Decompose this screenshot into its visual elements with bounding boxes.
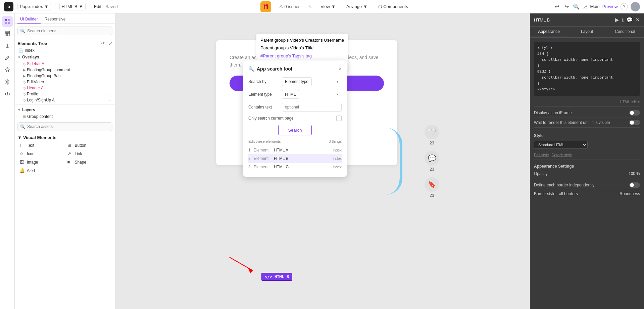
- svg-rect-6: [7, 33, 10, 36]
- star-icon: ☆: [19, 151, 25, 156]
- help-button[interactable]: ?: [621, 3, 628, 10]
- topbar: b Page: index ▼ HTML B ▼ Edit Saved 🎁 ⚠ …: [0, 0, 644, 13]
- ve-image[interactable]: 🖼 Image: [17, 158, 65, 166]
- html-b-selector[interactable]: HTML B ▼: [59, 3, 86, 10]
- expand-icon[interactable]: ⤢: [108, 41, 112, 46]
- play-icon[interactable]: ▶: [615, 17, 619, 23]
- search-assets-input[interactable]: [17, 122, 112, 131]
- tab-responsive[interactable]: Responsive: [42, 15, 68, 24]
- comment-button[interactable]: 💬: [425, 151, 439, 166]
- ve-button[interactable]: ⊞ Button: [65, 141, 113, 149]
- arrange-button[interactable]: Arrange ▼: [344, 3, 370, 10]
- ve-link[interactable]: ↗ Link: [65, 150, 113, 158]
- wait-render-toggle[interactable]: [629, 120, 640, 125]
- sidebar-item-code[interactable]: [2, 89, 13, 99]
- element-type-select[interactable]: HTML: [282, 90, 299, 99]
- search-by-select[interactable]: Element type: [282, 77, 312, 86]
- view-button[interactable]: View ▼: [318, 3, 338, 10]
- close-panel-icon[interactable]: ✕: [636, 17, 640, 23]
- search-result-2[interactable]: 2 Element HTML B index: [248, 154, 342, 163]
- sidebar-item-pin[interactable]: [2, 64, 13, 75]
- tree-item-header-a[interactable]: ◇ Header A: [17, 85, 112, 91]
- avatar[interactable]: [631, 2, 640, 11]
- element-type-select-wrap: HTML: [282, 90, 342, 99]
- elements-tree-section: Elements Tree 👁 ⤢ 📄 index ▼ Overlays ◇ S…: [15, 38, 115, 104]
- triangle-icon-2: ▶: [23, 74, 26, 78]
- code-editor[interactable]: <style> #id { scrollbar-width: none !imp…: [534, 42, 640, 96]
- define-border-toggle[interactable]: [629, 182, 640, 188]
- tab-appearance[interactable]: Appearance: [530, 27, 568, 37]
- right-panel-title: HTML B: [534, 17, 615, 23]
- search-result-3[interactable]: 3 Element HTML C index: [248, 163, 342, 171]
- html-b-tag[interactable]: </> HTML B: [261, 273, 292, 281]
- cursor-icon: ↖: [308, 4, 312, 9]
- sidebar-item-layout[interactable]: [2, 28, 13, 39]
- layers-header[interactable]: ▼ Layers: [17, 106, 112, 114]
- components-button[interactable]: ⬡ Components: [376, 3, 411, 10]
- search-modal-title: 🔍 App search tool: [248, 66, 292, 72]
- border-style-row: Border style - all borders Roundness: [534, 190, 640, 197]
- save-count: 23: [430, 193, 434, 198]
- edit-style-link[interactable]: Edit style: [534, 153, 549, 157]
- ve-shape[interactable]: ■ Shape: [65, 158, 113, 166]
- edit-label: Edit: [94, 4, 101, 9]
- issues-button[interactable]: ⚠ 0 issues: [277, 3, 303, 10]
- tree-item-group-content[interactable]: ⊞ Group content: [17, 114, 112, 120]
- triangle-icon: ▶: [23, 68, 26, 72]
- tree-item-login-signup[interactable]: ◇ Login/SignUp A ⋯: [17, 97, 112, 103]
- tree-item-sidebar-a[interactable]: ◇ Sidebar A: [17, 61, 112, 67]
- sidebar-item-text[interactable]: [2, 40, 13, 51]
- ve-alert[interactable]: 🔔 Alert: [17, 167, 65, 174]
- redo-button[interactable]: ↪: [563, 3, 570, 10]
- ve-text[interactable]: T Text: [17, 141, 65, 149]
- tree-item-floating-comment[interactable]: ▶ FloatingGroup comment ⋯: [17, 67, 112, 73]
- cube-icon: ⬡: [378, 4, 382, 9]
- search-elements-input[interactable]: [17, 27, 112, 35]
- sidebar-item-settings[interactable]: [2, 77, 13, 87]
- eye-icon[interactable]: 👁: [101, 41, 106, 46]
- ve-label: Visual Elements: [23, 135, 56, 140]
- svg-rect-3: [8, 22, 10, 24]
- like-button[interactable]: 🤍: [425, 125, 439, 139]
- main-branch-label[interactable]: Main: [590, 4, 600, 9]
- visual-elements-header[interactable]: ▼ Visual Elements: [17, 134, 112, 141]
- arrange-chevron-icon: ▼: [363, 4, 367, 9]
- only-current-page-checkbox[interactable]: [336, 116, 342, 121]
- style-select-row: Standard HTML: [534, 139, 640, 150]
- right-panel-icon-group: ▶ ℹ 💬 ✕: [615, 17, 640, 23]
- preview-button[interactable]: Preview: [602, 4, 618, 9]
- topbar-center: 🎁 ⚠ 0 issues ↖ View ▼ Arrange ▼ ⬡ Compon…: [122, 1, 549, 12]
- detach-style-link[interactable]: Detach style: [552, 153, 572, 157]
- undo-button[interactable]: ↩: [553, 3, 560, 10]
- tree-item-index[interactable]: 📄 index: [17, 47, 112, 53]
- comment-count: 23: [430, 167, 434, 172]
- diamond-icon-5: ◇: [23, 98, 26, 102]
- tree-item-edit-video[interactable]: ◇ EditVideo ⋯: [17, 79, 112, 85]
- search-modal-close-button[interactable]: ×: [339, 66, 342, 72]
- sidebar-item-elements[interactable]: [2, 16, 13, 27]
- diamond-icon: ◇: [23, 62, 26, 66]
- tab-ui-builder[interactable]: UI Builder: [17, 15, 41, 24]
- sidebar-item-draw[interactable]: [2, 52, 13, 63]
- save-button[interactable]: 🔖: [425, 177, 439, 192]
- search-result-1[interactable]: 1 Element HTML A index: [248, 146, 342, 154]
- chat-icon[interactable]: 💬: [627, 17, 633, 23]
- page-selector[interactable]: Page: index ▼: [17, 3, 51, 10]
- branch-icon: ⎇: [582, 4, 588, 9]
- style-select[interactable]: Standard HTML: [534, 141, 588, 149]
- search-icon[interactable]: 🔍: [573, 3, 580, 10]
- define-border-row: Define each border independently: [534, 180, 640, 190]
- tab-layout[interactable]: Layout: [568, 27, 606, 37]
- ve-icon[interactable]: ☆ Icon: [17, 150, 65, 158]
- tab-conditional[interactable]: Conditional: [606, 27, 644, 37]
- svg-rect-4: [5, 31, 10, 33]
- tree-overlays-header[interactable]: ▼ Overlays: [17, 53, 112, 61]
- tree-item-floating-ban[interactable]: ▶ FloatingGroup Ban ⋯: [17, 73, 112, 79]
- tree-item-profile[interactable]: ◇ Profile ⋯: [17, 91, 112, 97]
- gift-button[interactable]: 🎁: [260, 1, 271, 12]
- search-execute-button[interactable]: Search: [278, 125, 311, 135]
- display-iframe-toggle[interactable]: [629, 110, 640, 116]
- contains-text-input[interactable]: [282, 103, 342, 112]
- right-panel-tabs: Appearance Layout Conditional: [530, 27, 644, 38]
- info-icon[interactable]: ℹ: [622, 17, 624, 23]
